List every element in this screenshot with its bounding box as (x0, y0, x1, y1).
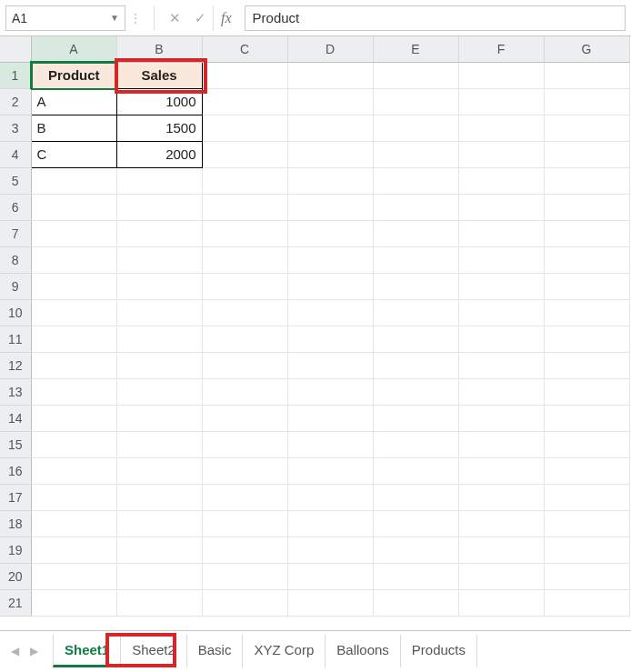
row-header-18[interactable]: 18 (0, 510, 31, 537)
cell-D9[interactable] (287, 273, 373, 299)
cell-D10[interactable] (287, 299, 373, 326)
cell-B15[interactable] (116, 431, 202, 457)
cell-C17[interactable] (202, 484, 287, 510)
cell-D15[interactable] (287, 431, 373, 457)
cell-C8[interactable] (202, 246, 287, 273)
cell-G9[interactable] (544, 273, 629, 299)
cell-B1[interactable]: Sales (116, 62, 202, 88)
cell-D2[interactable] (287, 88, 373, 115)
cell-E16[interactable] (373, 457, 458, 484)
cell-C20[interactable] (202, 563, 287, 589)
cell-G19[interactable] (544, 537, 629, 563)
cell-F1[interactable] (458, 62, 544, 88)
row-header-12[interactable]: 12 (0, 352, 31, 378)
cell-C14[interactable] (202, 405, 287, 431)
cell-B4[interactable]: 2000 (116, 141, 202, 167)
cell-D16[interactable] (287, 457, 373, 484)
cell-E7[interactable] (373, 220, 458, 246)
cell-B6[interactable] (116, 194, 202, 220)
row-header-15[interactable]: 15 (0, 431, 31, 457)
cell-E6[interactable] (373, 194, 458, 220)
cell-E19[interactable] (373, 537, 458, 563)
cell-F4[interactable] (458, 141, 544, 167)
name-box-dropdown-icon[interactable]: ▼ (110, 13, 119, 23)
row-header-14[interactable]: 14 (0, 405, 31, 431)
cell-G3[interactable] (544, 115, 629, 141)
cell-G16[interactable] (544, 457, 629, 484)
cell-G21[interactable] (544, 589, 629, 616)
row-header-20[interactable]: 20 (0, 563, 31, 589)
cell-D7[interactable] (287, 220, 373, 246)
cell-G2[interactable] (544, 88, 629, 115)
cell-D19[interactable] (287, 537, 373, 563)
cell-A14[interactable] (31, 405, 116, 431)
cell-A1[interactable]: Product (31, 62, 116, 88)
cell-E20[interactable] (373, 563, 458, 589)
row-header-5[interactable]: 5 (0, 167, 31, 194)
cell-C15[interactable] (202, 431, 287, 457)
row-header-17[interactable]: 17 (0, 484, 31, 510)
cell-B20[interactable] (116, 563, 202, 589)
cell-E1[interactable] (373, 62, 458, 88)
row-header-8[interactable]: 8 (0, 246, 31, 273)
row-header-1[interactable]: 1 (0, 62, 31, 88)
name-box[interactable]: A1 ▼ (5, 5, 125, 31)
cell-A15[interactable] (31, 431, 116, 457)
cell-F7[interactable] (458, 220, 544, 246)
cell-C7[interactable] (202, 220, 287, 246)
cell-B14[interactable] (116, 405, 202, 431)
sheet-tab-basic[interactable]: Basic (187, 635, 244, 667)
cell-E13[interactable] (373, 378, 458, 405)
cell-B18[interactable] (116, 510, 202, 537)
cell-B3[interactable]: 1500 (116, 115, 202, 141)
worksheet-grid[interactable]: ABCDEFG1ProductSales2A10003B15004C200056… (0, 36, 631, 631)
cell-D21[interactable] (287, 589, 373, 616)
cell-F5[interactable] (458, 167, 544, 194)
cell-A3[interactable]: B (31, 115, 116, 141)
cell-B2[interactable]: 1000 (116, 88, 202, 115)
cell-C16[interactable] (202, 457, 287, 484)
col-header-D[interactable]: D (287, 36, 373, 62)
enter-icon[interactable]: ✓ (187, 5, 213, 31)
cell-D1[interactable] (287, 62, 373, 88)
cell-A11[interactable] (31, 326, 116, 352)
cell-A19[interactable] (31, 537, 116, 563)
cell-F12[interactable] (458, 352, 544, 378)
row-header-21[interactable]: 21 (0, 589, 31, 616)
sheet-tab-xyz-corp[interactable]: XYZ Corp (243, 635, 326, 667)
cell-E10[interactable] (373, 299, 458, 326)
sheet-tab-sheet1[interactable]: Sheet1 (53, 635, 121, 667)
cell-G6[interactable] (544, 194, 629, 220)
col-header-C[interactable]: C (202, 36, 287, 62)
row-header-19[interactable]: 19 (0, 537, 31, 563)
cell-A12[interactable] (31, 352, 116, 378)
cell-E18[interactable] (373, 510, 458, 537)
cell-D4[interactable] (287, 141, 373, 167)
cell-C1[interactable] (202, 62, 287, 88)
tab-nav-next-icon[interactable]: ▶ (25, 645, 44, 657)
cell-C5[interactable] (202, 167, 287, 194)
cell-A5[interactable] (31, 167, 116, 194)
cell-F16[interactable] (458, 457, 544, 484)
cell-A18[interactable] (31, 510, 116, 537)
cell-D6[interactable] (287, 194, 373, 220)
cell-C4[interactable] (202, 141, 287, 167)
cancel-icon[interactable]: ✕ (162, 5, 187, 31)
row-header-10[interactable]: 10 (0, 299, 31, 326)
cell-D17[interactable] (287, 484, 373, 510)
cell-D20[interactable] (287, 563, 373, 589)
cell-E17[interactable] (373, 484, 458, 510)
row-header-6[interactable]: 6 (0, 194, 31, 220)
cell-A6[interactable] (31, 194, 116, 220)
cell-E14[interactable] (373, 405, 458, 431)
cell-A17[interactable] (31, 484, 116, 510)
cell-G12[interactable] (544, 352, 629, 378)
col-header-E[interactable]: E (373, 36, 458, 62)
cell-B21[interactable] (116, 589, 202, 616)
cell-A13[interactable] (31, 378, 116, 405)
cell-F13[interactable] (458, 378, 544, 405)
cell-G4[interactable] (544, 141, 629, 167)
cell-E21[interactable] (373, 589, 458, 616)
col-header-B[interactable]: B (116, 36, 202, 62)
cell-D18[interactable] (287, 510, 373, 537)
